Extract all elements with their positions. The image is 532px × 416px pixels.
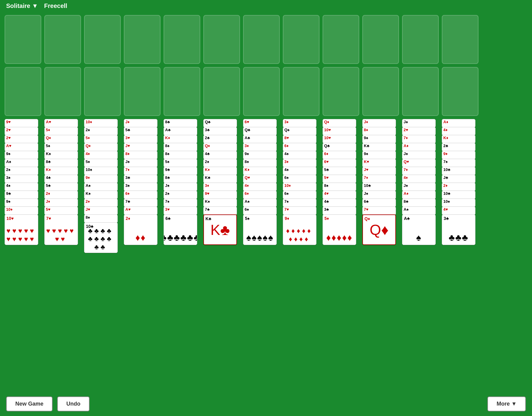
card[interactable]: 8♠: [164, 151, 197, 159]
card[interactable]: 8♥: [283, 135, 316, 143]
card[interactable]: 4♣: [323, 199, 356, 207]
card[interactable]: Q♦: [323, 119, 356, 128]
card[interactable]: 10♥: [323, 135, 356, 143]
card[interactable]: 9♦♦ ♦ ♦ ♦ ♦ ♦ ♦ ♦ ♦: [283, 214, 316, 245]
card[interactable]: 6♦: [243, 191, 277, 199]
card[interactable]: 3♥: [164, 206, 197, 215]
card[interactable]: J♠: [124, 159, 157, 167]
card[interactable]: 10♣: [442, 167, 475, 175]
card[interactable]: 2♦: [44, 191, 78, 199]
card[interactable]: Q♦: [44, 135, 78, 143]
card[interactable]: 4♥: [442, 206, 475, 215]
card[interactable]: 6♠: [283, 191, 316, 199]
freecell-slot-7[interactable]: [243, 15, 280, 64]
card[interactable]: 5♣: [124, 127, 157, 136]
card[interactable]: K♦: [203, 167, 237, 175]
freecell-slot-9[interactable]: [323, 15, 359, 64]
card[interactable]: 5♠♠♠♠♠♠: [243, 214, 277, 245]
card[interactable]: K♦: [243, 167, 277, 175]
card[interactable]: 6♣♣♣♣♣♣♣: [164, 214, 197, 245]
card[interactable]: 9♦: [442, 151, 475, 159]
card[interactable]: K♣K♣: [203, 214, 237, 245]
card[interactable]: 7♠: [283, 199, 316, 207]
card[interactable]: J♥: [124, 143, 157, 151]
card[interactable]: 5♠: [84, 159, 118, 167]
foundation-slot-11[interactable]: [402, 67, 439, 116]
card[interactable]: 3♣: [203, 127, 237, 136]
card[interactable]: 3♦: [283, 159, 316, 167]
card[interactable]: 3♦: [243, 143, 277, 151]
freecell-slot-4[interactable]: [124, 15, 161, 64]
card[interactable]: 2♣: [442, 143, 475, 151]
card[interactable]: 4♦: [402, 175, 436, 183]
card[interactable]: Q♥: [402, 159, 436, 167]
card[interactable]: 7♥: [283, 206, 316, 215]
card[interactable]: 2♣: [203, 135, 237, 143]
card[interactable]: K♠: [84, 191, 118, 199]
card[interactable]: J♥: [362, 167, 396, 175]
card[interactable]: 7♦: [362, 175, 396, 183]
card[interactable]: 2♠: [84, 127, 118, 136]
card[interactable]: 2♦♦♦: [124, 214, 157, 245]
freecell-slot-12[interactable]: [442, 15, 478, 64]
card[interactable]: 6♥: [323, 159, 356, 167]
card[interactable]: 7♥♥ ♥ ♥ ♥ ♥ ♥ ♥: [44, 214, 78, 245]
new-game-button[interactable]: New Game: [6, 396, 53, 411]
foundation-slot-4[interactable]: [124, 67, 161, 116]
card[interactable]: Q♣: [323, 143, 356, 151]
card[interactable]: 7♣: [124, 199, 157, 207]
card[interactable]: 10♥: [323, 127, 356, 136]
card[interactable]: A♠: [5, 159, 38, 167]
card[interactable]: K♦: [44, 167, 78, 175]
card[interactable]: Q♦Q♦: [362, 214, 396, 245]
card[interactable]: 5♦♦♦♦♦♦: [323, 214, 356, 245]
card[interactable]: 6♠: [283, 175, 316, 183]
card[interactable]: Q♣: [203, 119, 237, 128]
card[interactable]: A♥: [124, 206, 157, 215]
foundation-slot-3[interactable]: [84, 67, 121, 116]
card[interactable]: 10♣: [442, 191, 475, 199]
foundation-slot-9[interactable]: [323, 67, 359, 116]
card[interactable]: 7♦: [402, 167, 436, 175]
card[interactable]: J♦: [362, 119, 396, 128]
card[interactable]: 8♣: [44, 159, 78, 167]
card[interactable]: 6♦: [283, 143, 316, 151]
card[interactable]: J♠: [402, 183, 436, 191]
card[interactable]: 5♥: [44, 206, 78, 215]
card[interactable]: 5♦: [44, 127, 78, 136]
card[interactable]: K♣: [362, 143, 396, 151]
card[interactable]: 9♠: [5, 199, 38, 207]
freecell-slot-8[interactable]: [283, 15, 320, 64]
card[interactable]: A♣: [164, 127, 197, 136]
card[interactable]: 8♠: [84, 214, 118, 223]
card[interactable]: 4♠: [283, 151, 316, 159]
card[interactable]: 9♥: [203, 191, 237, 199]
foundation-slot-8[interactable]: [283, 67, 320, 116]
card[interactable]: 10♦: [5, 206, 38, 215]
card[interactable]: 4♦: [84, 151, 118, 159]
card[interactable]: K♥: [362, 159, 396, 167]
card[interactable]: A♠: [243, 199, 277, 207]
card[interactable]: 4♥: [323, 191, 356, 199]
foundation-slot-12[interactable]: [442, 67, 478, 116]
card[interactable]: 9♦: [84, 175, 118, 183]
undo-button[interactable]: Undo: [57, 396, 90, 411]
freecell-slot-10[interactable]: [362, 15, 399, 64]
card[interactable]: 10♦: [84, 119, 118, 128]
foundation-slot-10[interactable]: [362, 67, 399, 116]
freecell-slot-6[interactable]: [203, 15, 240, 64]
card[interactable]: 2♥: [5, 135, 38, 143]
foundation-slot-6[interactable]: [203, 67, 240, 116]
card[interactable]: 10♠: [442, 199, 475, 207]
card[interactable]: 4♦: [442, 127, 475, 136]
card[interactable]: Q♦: [84, 143, 118, 151]
card[interactable]: 8♣: [402, 199, 436, 207]
card[interactable]: 7♠: [442, 159, 475, 167]
card[interactable]: 6♠: [243, 206, 277, 215]
card[interactable]: 10♠: [84, 167, 118, 175]
card[interactable]: 4♦: [243, 183, 277, 191]
card[interactable]: 8♠: [164, 143, 197, 151]
card[interactable]: 8♠: [243, 159, 277, 167]
card[interactable]: A♦: [402, 143, 436, 151]
card[interactable]: 4♣: [203, 151, 237, 159]
